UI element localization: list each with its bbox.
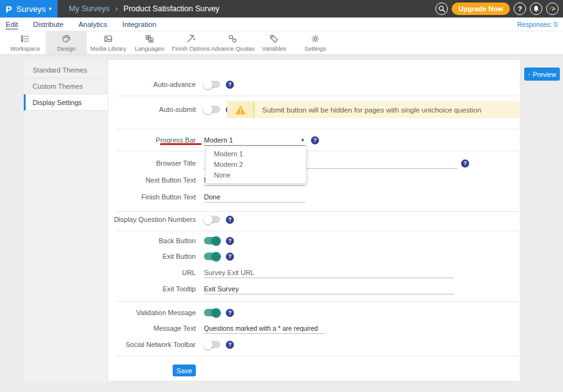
message-text-label: Message Text bbox=[108, 324, 196, 332]
browser-title-row: Browser Title ? bbox=[108, 158, 520, 169]
help-circle-icon[interactable]: ? bbox=[514, 3, 526, 15]
back-button-row: Back Button ? bbox=[108, 235, 520, 246]
dropdown-option-none[interactable]: None bbox=[206, 170, 306, 181]
exit-button-row: Exit Button ? bbox=[108, 251, 520, 262]
app-menu-label: Surveys bbox=[16, 4, 46, 14]
toolbar-tab-label: Settings bbox=[305, 45, 326, 52]
top-header: P Surveys ▾ My Surveys › Product Satisfa… bbox=[0, 0, 563, 18]
validation-message-toggle[interactable] bbox=[204, 309, 220, 316]
upgrade-now-button[interactable]: Upgrade Now bbox=[452, 3, 510, 15]
progress-bar-dropdown: Modern 1 Modern 2 None bbox=[205, 146, 307, 184]
toolbar-tab-label: Variables bbox=[262, 45, 287, 52]
preview-button[interactable]: Preview bbox=[524, 68, 560, 81]
preview-label: Preview bbox=[533, 71, 556, 78]
dropdown-option-modern-2[interactable]: Modern 2 bbox=[206, 159, 306, 170]
sidebar-item-custom-themes[interactable]: Custom Themes bbox=[24, 78, 108, 94]
languages-translate-icon bbox=[145, 34, 155, 44]
warning-text: Submit button will be hidden for pages w… bbox=[255, 106, 481, 114]
chevron-down-icon: ▾ bbox=[49, 6, 52, 12]
search-icon[interactable] bbox=[435, 3, 448, 15]
auto-advance-label: Auto-advance bbox=[108, 81, 196, 88]
divider bbox=[116, 301, 519, 302]
validation-message-row: Validation Message ? bbox=[108, 307, 520, 318]
sidebar-item-standard-themes[interactable]: Standard Themes bbox=[24, 62, 108, 78]
help-icon[interactable]: ? bbox=[226, 253, 234, 261]
help-icon[interactable]: ? bbox=[311, 136, 319, 144]
nav-tab-edit[interactable]: Edit bbox=[6, 21, 18, 28]
responses-count[interactable]: Responses: 0 bbox=[517, 21, 557, 28]
social-network-toolbar-toggle[interactable] bbox=[204, 341, 220, 348]
variables-tag-icon bbox=[269, 34, 279, 44]
usage-gauge-icon[interactable] bbox=[546, 3, 559, 15]
display-question-numbers-label: Display Question Numbers bbox=[108, 216, 196, 223]
auto-submit-label: Auto-submit bbox=[108, 106, 196, 113]
progress-bar-value: Modern 1 bbox=[204, 136, 233, 144]
select-caret-icon: ▾ bbox=[301, 137, 304, 143]
help-icon[interactable]: ? bbox=[461, 159, 469, 168]
help-icon[interactable]: ? bbox=[226, 237, 234, 245]
nav-tab-distribute[interactable]: Distribute bbox=[33, 21, 64, 28]
notifications-bell-icon[interactable] bbox=[530, 3, 542, 15]
header-actions: Upgrade Now ? bbox=[435, 3, 563, 15]
back-button-toggle[interactable] bbox=[204, 237, 220, 244]
settings-gear-icon bbox=[310, 34, 320, 44]
toolbar-tab-label: Media Library bbox=[90, 45, 126, 52]
toolbar-tab-label: Finish Options bbox=[172, 45, 210, 52]
help-icon[interactable]: ? bbox=[226, 216, 234, 224]
auto-advance-toggle[interactable] bbox=[204, 81, 220, 88]
exit-url-input[interactable] bbox=[204, 268, 454, 278]
surveys-app-menu[interactable]: P Surveys ▾ bbox=[0, 0, 58, 18]
display-settings-panel: Auto-advance ? Auto-submit ? Submit butt… bbox=[108, 59, 520, 381]
eye-icon bbox=[528, 71, 530, 78]
exit-tooltip-input[interactable] bbox=[204, 284, 454, 294]
exit-button-label: Exit Button bbox=[108, 253, 196, 260]
design-sidebar: Standard Themes Custom Themes Display Se… bbox=[24, 62, 108, 381]
message-text-input[interactable] bbox=[204, 323, 326, 334]
exit-url-label: URL bbox=[108, 269, 196, 276]
help-icon[interactable]: ? bbox=[226, 341, 234, 349]
toolbar-tab-advance-quotas[interactable]: Advance Quotas bbox=[212, 31, 253, 54]
red-annotation-underline bbox=[160, 143, 201, 145]
toolbar-tab-languages[interactable]: Languages bbox=[129, 31, 170, 54]
exit-button-toggle[interactable] bbox=[204, 253, 220, 260]
progress-bar-select[interactable]: Modern 1 ▾ bbox=[204, 134, 305, 146]
finish-options-wand-icon bbox=[186, 34, 196, 44]
sidebar-item-display-settings[interactable]: Display Settings bbox=[24, 94, 108, 111]
toolbar-tab-label: Workspace bbox=[10, 45, 39, 52]
save-button[interactable]: Save bbox=[173, 364, 196, 376]
breadcrumb-survey-title: Product Satisfaction Survey bbox=[123, 4, 220, 13]
divider bbox=[116, 151, 519, 151]
toolbar-tab-variables[interactable]: Variables bbox=[253, 31, 295, 54]
auto-submit-toggle[interactable] bbox=[204, 106, 220, 113]
nav-tab-analytics[interactable]: Analytics bbox=[78, 21, 107, 28]
toolbar-tab-media-library[interactable]: Media Library bbox=[88, 31, 129, 54]
workspace-icon bbox=[20, 34, 30, 44]
toolbar-tab-label: Advance Quotas bbox=[211, 45, 255, 52]
toolbar-tab-settings[interactable]: Settings bbox=[295, 31, 336, 54]
next-button-text-label: Next Button Text bbox=[108, 176, 196, 184]
survey-nav: Edit Distribute Analytics Integration Re… bbox=[0, 18, 563, 31]
help-glyph: ? bbox=[518, 5, 522, 13]
auto-submit-warning-banner: Submit button will be hidden for pages w… bbox=[227, 101, 520, 118]
message-text-row: Message Text bbox=[108, 323, 520, 334]
divider bbox=[116, 211, 519, 212]
nav-tab-integration[interactable]: Integration bbox=[122, 21, 156, 28]
divider bbox=[116, 231, 519, 231]
back-button-label: Back Button bbox=[108, 237, 196, 244]
social-network-toolbar-label: Social Network Toolbar bbox=[108, 341, 196, 348]
finish-button-text-input[interactable] bbox=[204, 192, 305, 203]
display-question-numbers-toggle[interactable] bbox=[204, 216, 220, 223]
dropdown-option-modern-1[interactable]: Modern 1 bbox=[206, 149, 306, 159]
toolbar-tab-label: Languages bbox=[134, 45, 164, 52]
help-icon[interactable]: ? bbox=[226, 309, 234, 317]
toolbar-tab-finish-options[interactable]: Finish Options bbox=[170, 31, 211, 54]
breadcrumb-my-surveys[interactable]: My Surveys bbox=[69, 4, 109, 13]
finish-button-text-row: Finish Button Text bbox=[108, 191, 520, 203]
breadcrumb-separator: › bbox=[115, 4, 118, 13]
warning-triangle-icon bbox=[227, 101, 255, 118]
design-palette-icon bbox=[61, 34, 71, 44]
toolbar-tab-workspace[interactable]: Workspace bbox=[4, 31, 46, 54]
questionpro-app: P Surveys ▾ My Surveys › Product Satisfa… bbox=[0, 0, 563, 392]
help-icon[interactable]: ? bbox=[226, 81, 234, 89]
toolbar-tab-design[interactable]: Design bbox=[46, 31, 87, 54]
